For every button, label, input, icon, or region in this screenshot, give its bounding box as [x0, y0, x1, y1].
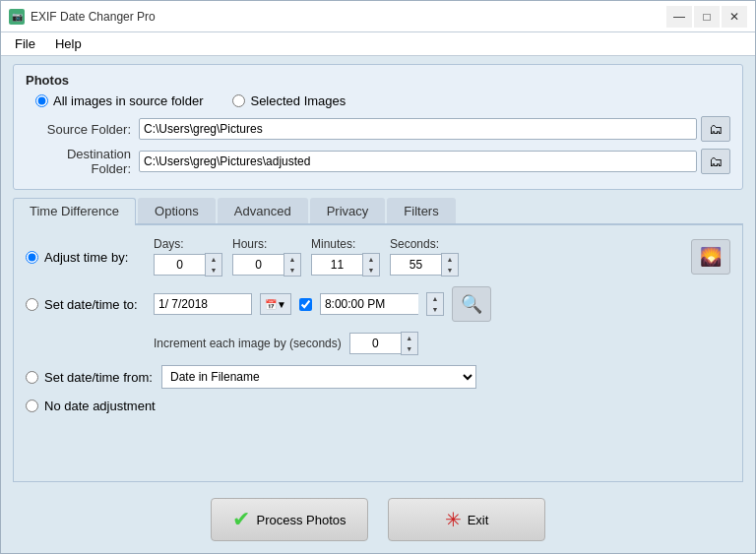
hours-up-button[interactable]: ▲ — [284, 254, 300, 265]
set-datetime-action-icon[interactable]: 🔍 — [452, 286, 491, 322]
tab-bar: Time Difference Options Advanced Privacy… — [13, 198, 743, 225]
increment-down-button[interactable]: ▼ — [402, 343, 417, 354]
tab-time-difference[interactable]: Time Difference — [13, 198, 136, 225]
tab-filters[interactable]: Filters — [387, 198, 455, 223]
increment-input[interactable] — [349, 333, 401, 354]
hours-spinner-group: Hours: ▲ ▼ — [232, 237, 301, 277]
radio-all-label: All images in source folder — [53, 93, 203, 108]
days-label: Days: — [154, 237, 184, 251]
dest-folder-input[interactable] — [139, 151, 697, 172]
seconds-spinner-buttons: ▲ ▼ — [441, 253, 459, 277]
source-folder-label: Source Folder: — [26, 122, 139, 137]
minutes-input[interactable] — [311, 254, 362, 276]
no-adjust-radio[interactable] — [26, 400, 38, 412]
minutes-spinner-buttons: ▲ ▼ — [362, 253, 380, 277]
no-adjust-row: No date adjustment — [26, 399, 730, 413]
title-controls: — □ ✕ — [666, 6, 747, 28]
minimize-button[interactable]: — — [666, 6, 692, 28]
window-title: EXIF Date Changer Pro — [31, 10, 666, 24]
tab-options[interactable]: Options — [138, 198, 216, 223]
image-selection-row: All images in source folder Selected Ima… — [26, 93, 730, 108]
minutes-up-button[interactable]: ▲ — [363, 254, 379, 265]
main-content: Photos All images in source folder Selec… — [1, 56, 755, 490]
days-spinner-buttons: ▲ ▼ — [205, 253, 222, 277]
no-adjust-label: No date adjustment — [44, 399, 156, 413]
app-icon: 📷 — [9, 9, 25, 25]
set-datetime-radio-label[interactable]: Set date/time to: — [26, 297, 154, 312]
date-calendar-button[interactable]: 📅▼ — [260, 293, 291, 315]
seconds-spinner-group: Seconds: ▲ ▼ — [390, 237, 459, 277]
tab-privacy[interactable]: Privacy — [310, 198, 386, 223]
source-browse-button[interactable]: 🗂 — [701, 116, 730, 142]
tab-advanced[interactable]: Advanced — [218, 198, 308, 223]
process-photos-button[interactable]: ✔ Process Photos — [211, 498, 368, 541]
adjust-time-radio[interactable] — [26, 251, 38, 264]
set-datetime-row: Set date/time to: 📅▼ ▲ ▼ 🔍 — [26, 286, 730, 322]
increment-up-button[interactable]: ▲ — [402, 333, 417, 343]
source-folder-row: Source Folder: 🗂 — [26, 116, 730, 142]
seconds-up-button[interactable]: ▲ — [442, 254, 458, 265]
tab-content-time-difference: Adjust time by: Days: ▲ ▼ — [13, 225, 743, 482]
seconds-spinner: ▲ ▼ — [390, 253, 459, 277]
set-from-radio[interactable] — [26, 371, 38, 384]
increment-spinner-buttons: ▲ ▼ — [401, 332, 418, 355]
days-input[interactable] — [154, 254, 205, 276]
close-button[interactable]: ✕ — [722, 6, 747, 28]
increment-label: Increment each image by (seconds) — [154, 337, 342, 350]
radio-all-images[interactable]: All images in source folder — [35, 93, 203, 108]
exit-spinner-icon: ✳ — [445, 508, 462, 531]
time-input[interactable] — [320, 293, 418, 315]
hours-down-button[interactable]: ▼ — [284, 265, 300, 276]
time-checkbox[interactable] — [299, 298, 312, 311]
dest-folder-row: Destination Folder: 🗂 — [26, 147, 730, 176]
date-input[interactable] — [154, 293, 252, 315]
dest-folder-label: Destination Folder: — [26, 147, 139, 176]
minutes-down-button[interactable]: ▼ — [363, 265, 379, 276]
days-down-button[interactable]: ▼ — [206, 265, 221, 276]
time-spinner-buttons: ▲ ▼ — [426, 292, 444, 316]
process-photos-label: Process Photos — [256, 513, 346, 527]
bottom-bar: ✔ Process Photos ✳ Exit — [1, 490, 755, 553]
photos-section: Photos All images in source folder Selec… — [13, 64, 743, 190]
hours-input[interactable] — [232, 254, 284, 276]
set-from-row: Set date/time from: Date in Filename — [26, 365, 730, 389]
menu-help[interactable]: Help — [45, 34, 92, 53]
exit-button[interactable]: ✳ Exit — [388, 498, 545, 541]
seconds-down-button[interactable]: ▼ — [442, 265, 458, 276]
menu-file[interactable]: File — [5, 34, 45, 53]
hours-label: Hours: — [232, 237, 267, 251]
maximize-button[interactable]: □ — [694, 6, 720, 28]
adjust-time-radio-label[interactable]: Adjust time by: — [26, 250, 154, 265]
time-up-button[interactable]: ▲ — [427, 293, 443, 304]
days-spinner-group: Days: ▲ ▼ — [154, 237, 222, 277]
tabs-section: Time Difference Options Advanced Privacy… — [13, 198, 743, 482]
process-check-icon: ✔ — [232, 507, 250, 532]
radio-selected-input[interactable] — [232, 94, 245, 107]
title-bar: 📷 EXIF Date Changer Pro — □ ✕ — [1, 1, 755, 32]
date-from-select[interactable]: Date in Filename — [161, 365, 476, 389]
time-difference-section: Adjust time by: Days: ▲ ▼ — [26, 237, 730, 413]
minutes-label: Minutes: — [311, 237, 355, 251]
exit-label: Exit — [468, 513, 489, 527]
time-down-button[interactable]: ▼ — [427, 304, 443, 315]
increment-row: Increment each image by (seconds) ▲ ▼ — [26, 332, 730, 355]
radio-selected-images[interactable]: Selected Images — [232, 93, 346, 108]
seconds-label: Seconds: — [390, 237, 439, 251]
set-from-label: Set date/time from: — [44, 370, 153, 385]
adjust-time-row: Adjust time by: Days: ▲ ▼ — [26, 237, 730, 277]
set-datetime-radio[interactable] — [26, 298, 38, 311]
increment-spinner: ▲ ▼ — [349, 332, 418, 355]
photos-label: Photos — [26, 73, 730, 88]
spinners-row: Days: ▲ ▼ — [154, 237, 683, 277]
source-folder-input[interactable] — [139, 118, 697, 140]
hours-spinner: ▲ ▼ — [232, 253, 301, 277]
no-adjust-radio-label[interactable]: No date adjustment — [26, 399, 156, 413]
days-up-button[interactable]: ▲ — [206, 254, 221, 265]
dest-browse-button[interactable]: 🗂 — [701, 149, 730, 174]
adjust-time-label: Adjust time by: — [44, 250, 128, 265]
adjust-action-icon[interactable]: 🌄 — [691, 239, 730, 275]
hours-spinner-buttons: ▲ ▼ — [284, 253, 301, 277]
set-from-radio-label[interactable]: Set date/time from: — [26, 370, 154, 385]
radio-all-input[interactable] — [35, 94, 48, 107]
seconds-input[interactable] — [390, 254, 441, 276]
